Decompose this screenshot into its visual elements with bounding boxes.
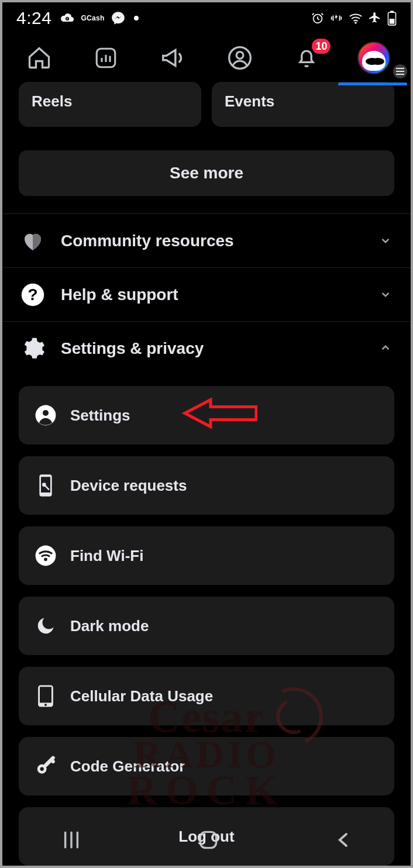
key-icon: [34, 755, 57, 777]
gcash-label: GCash: [81, 14, 104, 22]
item-label: Code Generator: [70, 757, 185, 776]
shortcut-label: Events: [225, 92, 274, 110]
tab-profile[interactable]: [208, 37, 272, 78]
recents-button[interactable]: [61, 831, 82, 851]
section-label: Settings & privacy: [61, 339, 204, 358]
tab-professional[interactable]: [74, 37, 138, 78]
svg-point-12: [43, 410, 49, 416]
status-bar: 4:24 GCash: [2, 2, 411, 34]
more-notifications-dot: [134, 16, 139, 20]
item-label: Cellular Data Usage: [70, 687, 213, 705]
section-settings-privacy[interactable]: Settings & privacy: [2, 322, 411, 376]
item-find-wifi[interactable]: Find Wi-Fi: [19, 526, 394, 585]
tab-ads[interactable]: [141, 37, 205, 78]
person-circle-icon: [34, 404, 57, 426]
see-more-button[interactable]: See more: [19, 150, 394, 196]
help-icon: ?: [19, 283, 47, 307]
svg-rect-23: [200, 832, 216, 848]
chevron-down-icon: [378, 287, 394, 303]
svg-text:?: ?: [27, 285, 37, 303]
svg-rect-5: [390, 19, 395, 24]
item-label: Dark mode: [70, 617, 149, 635]
alarm-icon: [311, 12, 324, 25]
annotation-arrow: [181, 398, 257, 433]
clock: 4:24: [16, 8, 51, 28]
battery-icon: [387, 11, 397, 26]
chevron-up-icon: [378, 340, 394, 357]
section-help-support[interactable]: ? Help & support: [2, 268, 411, 322]
moon-icon: [34, 615, 57, 636]
item-label: Settings: [70, 407, 130, 425]
svg-point-2: [355, 22, 357, 24]
active-tab-indicator: [338, 82, 407, 85]
item-code-generator[interactable]: Code Generator: [19, 737, 394, 795]
shortcut-label: Reels: [32, 92, 72, 110]
phone-key-icon: [34, 474, 57, 497]
item-settings[interactable]: Settings: [19, 386, 394, 445]
top-nav: 10: [2, 34, 411, 82]
item-device-requests[interactable]: Device requests: [19, 456, 394, 515]
handshake-icon: [19, 229, 47, 253]
notification-badge: 10: [312, 39, 331, 54]
section-label: Help & support: [61, 285, 178, 304]
messenger-icon: [111, 11, 126, 26]
see-more-label: See more: [170, 164, 243, 182]
item-label: Find Wi-Fi: [70, 547, 143, 565]
shortcut-reels[interactable]: Reels: [19, 82, 201, 127]
home-button[interactable]: [198, 830, 218, 852]
tab-notifications[interactable]: 10: [274, 37, 339, 78]
system-nav-bar: [2, 817, 411, 866]
hamburger-icon: [392, 63, 408, 80]
svg-rect-4: [390, 11, 394, 13]
gear-icon: [19, 336, 47, 361]
wifi-circle-icon: [34, 545, 57, 567]
svg-point-17: [44, 557, 47, 561]
section-label: Community resources: [61, 232, 234, 250]
svg-point-8: [236, 52, 243, 59]
vibrate-icon: [330, 12, 343, 25]
airplane-icon: [369, 12, 381, 25]
item-label: Device requests: [70, 477, 187, 495]
tab-home[interactable]: [7, 37, 71, 78]
avatar: [357, 42, 390, 74]
cloud-icon: [60, 12, 75, 24]
wifi-icon: [349, 12, 363, 24]
svg-point-22: [40, 767, 44, 771]
chevron-down-icon: [378, 233, 394, 249]
svg-point-20: [44, 704, 47, 706]
item-dark-mode[interactable]: Dark mode: [19, 597, 394, 655]
back-button[interactable]: [335, 831, 352, 851]
device-icon: [34, 684, 57, 708]
svg-rect-19: [40, 687, 51, 702]
tab-menu[interactable]: [342, 37, 406, 78]
section-community-resources[interactable]: Community resources: [2, 214, 411, 268]
shortcut-events[interactable]: Events: [212, 82, 394, 127]
item-cellular-data[interactable]: Cellular Data Usage: [19, 667, 394, 725]
